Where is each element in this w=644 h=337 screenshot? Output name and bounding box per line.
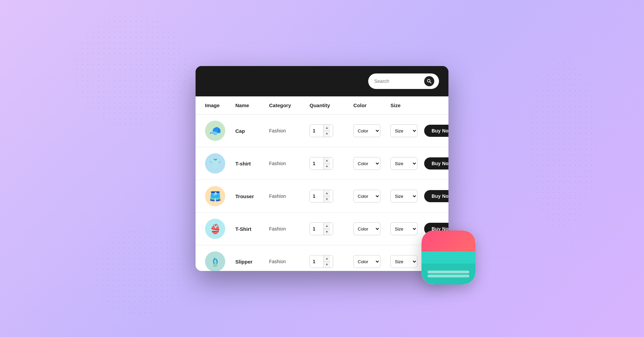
col-quantity: Quantity (310, 102, 353, 108)
app-icon-wrapper (421, 231, 475, 284)
size-cell: SizeXSSMLXLXXL (390, 124, 424, 137)
qty-stepper: ▲ ▼ (310, 190, 333, 203)
table-container: Image Name Category Quantity Color Size … (196, 96, 448, 271)
size-select[interactable]: SizeXSSMLXLXXL (390, 157, 417, 170)
col-category: Category (269, 102, 310, 108)
qty-down-button[interactable]: ▼ (324, 262, 330, 268)
product-image-cell: 👙 (205, 219, 235, 239)
size-select[interactable]: SizeXSSMLXLXXL (390, 190, 417, 203)
product-name: Slipper (235, 259, 269, 265)
product-image-circle: 🩳 (205, 186, 225, 206)
qty-stepper: ▲ ▼ (310, 222, 333, 235)
qty-up-button[interactable]: ▲ (324, 157, 330, 164)
svg-line-1 (430, 82, 431, 83)
app-window: Image Name Category Quantity Color Size … (196, 66, 448, 271)
product-emoji: 👕 (209, 158, 221, 169)
qty-input[interactable] (310, 190, 323, 202)
qty-cell: ▲ ▼ (310, 124, 353, 137)
buy-now-button[interactable]: Buy Now (424, 125, 448, 137)
qty-input[interactable] (310, 125, 323, 137)
size-select[interactable]: SizeXSSMLXLXXL (390, 124, 417, 137)
qty-arrows: ▲ ▼ (323, 223, 330, 235)
qty-arrows: ▲ ▼ (323, 255, 330, 268)
qty-up-button[interactable]: ▲ (324, 255, 330, 262)
action-cell: Buy Now (424, 190, 448, 202)
size-select[interactable]: SizeXSSMLXLXXL (390, 222, 417, 235)
color-cell: ColorRedBlueGreenBlackWhite (353, 157, 390, 170)
size-cell: SizeXSSMLXLXXL (390, 157, 424, 170)
app-header (196, 66, 448, 96)
qty-cell: ▲ ▼ (310, 157, 353, 170)
icon-top-section (421, 231, 475, 251)
product-emoji: 🩴 (209, 256, 221, 267)
color-select[interactable]: ColorRedBlueGreenBlackWhite (353, 157, 380, 170)
qty-up-button[interactable]: ▲ (324, 190, 330, 196)
search-input[interactable] (374, 79, 424, 84)
product-category: Fashion (269, 128, 310, 133)
qty-input[interactable] (310, 255, 323, 268)
dot-decoration-top-left (74, 13, 189, 128)
size-cell: SizeXSSMLXLXXL (390, 190, 424, 203)
table-row: 🩳 Trouser Fashion ▲ ▼ Co (196, 180, 448, 213)
product-category: Fashion (269, 226, 310, 232)
qty-down-button[interactable]: ▼ (324, 196, 330, 203)
size-cell: SizeXSSMLXLXXL (390, 255, 424, 268)
product-name: T-shirt (235, 161, 269, 166)
app-icon (421, 231, 475, 284)
qty-cell: ▲ ▼ (310, 255, 353, 268)
product-emoji: 👙 (209, 223, 221, 235)
product-image-circle: 👙 (205, 219, 225, 239)
qty-cell: ▲ ▼ (310, 222, 353, 235)
qty-down-button[interactable]: ▼ (324, 131, 330, 137)
qty-input[interactable] (310, 223, 323, 235)
table-row: 🩴 Slipper Fashion ▲ ▼ Co (196, 245, 448, 271)
qty-up-button[interactable]: ▲ (324, 223, 330, 229)
table-header: Image Name Category Quantity Color Size (196, 96, 448, 115)
search-button[interactable] (424, 76, 434, 86)
color-select[interactable]: ColorRedBlueGreenBlackWhite (353, 255, 380, 268)
product-image-cell: 🩴 (205, 251, 235, 271)
qty-arrows: ▲ ▼ (323, 157, 330, 170)
qty-cell: ▲ ▼ (310, 190, 353, 203)
product-category: Fashion (269, 161, 310, 166)
col-size: Size (390, 102, 424, 108)
color-select[interactable]: ColorRedBlueGreenBlackWhite (353, 124, 380, 137)
color-select[interactable]: ColorRedBlueGreenBlackWhite (353, 222, 380, 235)
size-cell: SizeXSSMLXLXXL (390, 222, 424, 235)
qty-input[interactable] (310, 157, 323, 170)
col-name: Name (235, 102, 269, 108)
product-image-circle: 🩴 (205, 251, 225, 271)
qty-down-button[interactable]: ▼ (324, 229, 330, 235)
buy-now-button[interactable]: Buy Now (424, 190, 448, 202)
col-color: Color (353, 102, 390, 108)
qty-arrows: ▲ ▼ (323, 125, 330, 137)
product-name: Cap (235, 128, 269, 134)
search-wrapper (368, 73, 439, 89)
qty-down-button[interactable]: ▼ (324, 164, 330, 170)
product-image-cell: 🧢 (205, 121, 235, 141)
qty-up-button[interactable]: ▲ (324, 125, 330, 131)
color-cell: ColorRedBlueGreenBlackWhite (353, 124, 390, 137)
product-name: Trouser (235, 193, 269, 199)
product-image-cell: 👕 (205, 153, 235, 174)
action-cell: Buy Now (424, 157, 448, 170)
table-row: 🧢 Cap Fashion ▲ ▼ ColorR (196, 115, 448, 147)
icon-stripe-2 (428, 275, 469, 277)
dot-decoration-bottom-left (94, 229, 182, 317)
color-select[interactable]: ColorRedBlueGreenBlackWhite (353, 190, 380, 203)
product-category: Fashion (269, 259, 310, 264)
table-row: 👕 T-shirt Fashion ▲ ▼ Co (196, 147, 448, 180)
color-cell: ColorRedBlueGreenBlackWhite (353, 255, 390, 268)
product-image-circle: 🧢 (205, 121, 225, 141)
qty-arrows: ▲ ▼ (323, 190, 330, 202)
qty-stepper: ▲ ▼ (310, 255, 333, 268)
col-action (424, 102, 439, 108)
size-select[interactable]: SizeXSSMLXLXXL (390, 255, 417, 268)
qty-stepper: ▲ ▼ (310, 157, 333, 170)
buy-now-button[interactable]: Buy Now (424, 157, 448, 170)
action-cell: Buy Now (424, 125, 448, 137)
product-name: T-Shirt (235, 226, 269, 232)
table-body: 🧢 Cap Fashion ▲ ▼ ColorR (196, 115, 448, 271)
icon-bot-section (421, 264, 475, 284)
icon-mid-section (421, 251, 475, 264)
